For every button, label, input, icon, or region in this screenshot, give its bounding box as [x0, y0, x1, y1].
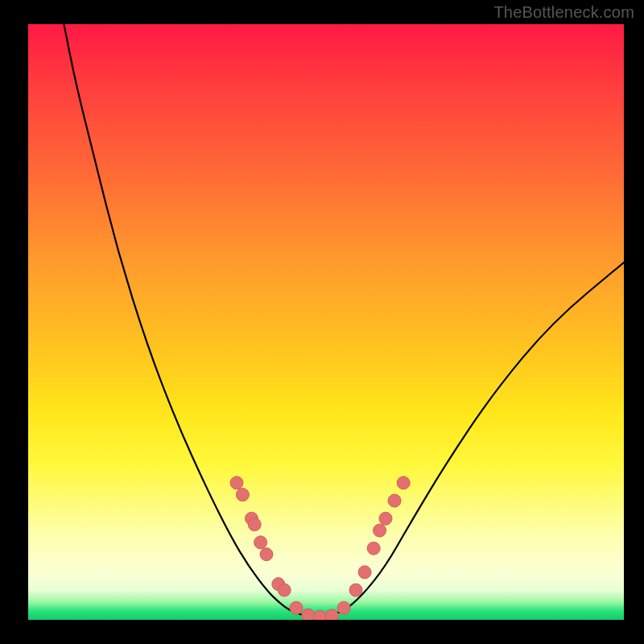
scatter-dot [397, 477, 410, 489]
scatter-dot [236, 489, 249, 502]
scatter-dot [254, 536, 267, 549]
chart-frame: TheBottleneck.com [0, 0, 644, 644]
scatter-dot [314, 610, 327, 620]
scatter-dot [325, 609, 338, 620]
scatter-dot [337, 601, 350, 614]
scatter-dot [349, 584, 362, 597]
scatter-dot [374, 524, 386, 537]
scatter-dots-group [230, 477, 410, 620]
scatter-dot [278, 584, 291, 597]
scatter-dot [230, 477, 243, 489]
scatter-dot [290, 601, 303, 614]
scatter-dot [367, 542, 380, 555]
chart-svg [28, 24, 624, 620]
scatter-dot [248, 518, 261, 531]
scatter-dot [388, 494, 401, 507]
plot-area [28, 24, 624, 620]
watermark-text: TheBottleneck.com [493, 3, 634, 22]
scatter-dot [260, 548, 273, 561]
scatter-dot [379, 512, 392, 525]
bottleneck-curve-line [64, 24, 624, 617]
scatter-dot [358, 566, 371, 579]
scatter-dot [302, 609, 315, 620]
